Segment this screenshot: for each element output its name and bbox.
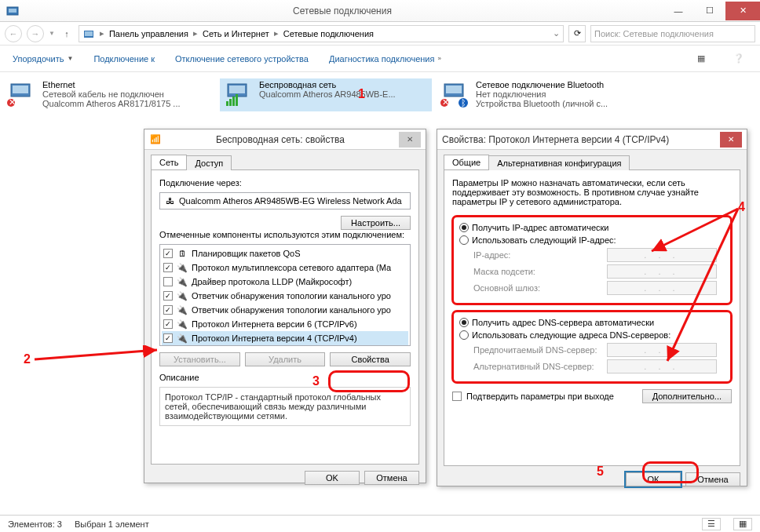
mask-field[interactable]: . . . bbox=[607, 264, 717, 279]
breadcrumb-bar[interactable]: ▸ Панель управления ▸ Сеть и Интернет ▸ … bbox=[79, 25, 564, 42]
search-placeholder-text: Поиск: Сетевые подключения bbox=[594, 29, 714, 38]
tab-alternate[interactable]: Альтернативная конфигурация bbox=[488, 155, 630, 170]
cancel-button[interactable]: Отмена bbox=[685, 472, 740, 486]
install-button[interactable]: Установить... bbox=[159, 352, 240, 366]
dns-pref-field[interactable]: . . . bbox=[607, 343, 717, 357]
svg-rect-12 bbox=[232, 97, 235, 106]
connect-via-label: Подключение через: bbox=[159, 178, 411, 188]
component-icon: 🔌 bbox=[176, 304, 188, 316]
forward-button[interactable]: → bbox=[27, 25, 44, 42]
adapter-properties-dialog: 📶 Беспроводная сеть: свойства ✕ Сеть Дос… bbox=[144, 129, 426, 483]
radio-icon bbox=[459, 235, 469, 245]
svg-line-20 bbox=[35, 350, 157, 359]
dns-alt-field[interactable]: . . . bbox=[607, 359, 717, 373]
dialog-close-button[interactable]: ✕ bbox=[399, 132, 421, 148]
svg-text:✕: ✕ bbox=[442, 97, 449, 107]
up-button[interactable]: ↑ bbox=[60, 27, 74, 41]
close-button[interactable]: ✕ bbox=[725, 2, 760, 20]
maximize-button[interactable]: ☐ bbox=[694, 2, 725, 20]
advanced-button[interactable]: Дополнительно... bbox=[642, 389, 732, 403]
adapter-field: 🖧 Qualcomm Atheros AR9485WB-EG Wireless … bbox=[159, 192, 411, 210]
ip-field[interactable]: . . . bbox=[607, 248, 717, 262]
svg-rect-3 bbox=[85, 31, 93, 36]
connection-wifi[interactable]: Беспроводная сеть Qualcomm Atheros AR948… bbox=[220, 78, 432, 111]
svg-rect-11 bbox=[229, 99, 232, 106]
view-details-button[interactable]: ☰ bbox=[702, 518, 721, 530]
svg-text:ᛒ: ᛒ bbox=[461, 98, 466, 107]
toolbar-disconnect[interactable]: Отключение сетевого устройства bbox=[175, 54, 309, 64]
tab-access[interactable]: Доступ bbox=[186, 155, 232, 170]
conn-device: Qualcomm Atheros AR9485WB-E... bbox=[259, 89, 396, 99]
component-item: ✓🔌Ответчик обнаружения топологии канальн… bbox=[162, 303, 408, 317]
properties-button[interactable]: Свойства bbox=[330, 352, 411, 366]
radio-dns-auto[interactable]: Получить адрес DNS-сервера автоматически bbox=[459, 318, 725, 327]
window-title: Сетевые подключения bbox=[22, 5, 663, 16]
wifi-icon bbox=[221, 80, 254, 110]
checkbox[interactable]: ✓ bbox=[163, 333, 173, 343]
ok-button[interactable]: OK bbox=[305, 471, 360, 485]
checkbox[interactable]: ✓ bbox=[163, 291, 173, 301]
components-label: Отмеченные компоненты используются этим … bbox=[159, 230, 411, 239]
confirm-checkbox[interactable] bbox=[452, 392, 462, 401]
crumb-0[interactable]: Панель управления bbox=[109, 29, 188, 38]
intro-text: Параметры IP можно назначать автоматичес… bbox=[452, 178, 732, 206]
configure-button[interactable]: Настроить... bbox=[341, 216, 411, 230]
ethernet-icon: ✕ bbox=[5, 80, 38, 110]
description-text: Протокол TCP/IP - стандартный протокол г… bbox=[159, 387, 411, 426]
connection-list: ✕ Ethernet Сетевой кабель не подключен Q… bbox=[0, 72, 760, 118]
toolbar-diagnose[interactable]: Диагностика подключения » bbox=[329, 54, 441, 64]
gateway-label: Основной шлюз: bbox=[473, 283, 607, 293]
component-icon: 🔌 bbox=[176, 318, 188, 330]
svg-rect-9 bbox=[229, 86, 245, 93]
cancel-button[interactable]: Отмена bbox=[364, 471, 419, 485]
dns-alt-label: Альтернативный DNS-сервер: bbox=[473, 362, 607, 371]
toolbar-connect[interactable]: Подключение к bbox=[93, 54, 155, 64]
crumb-2[interactable]: Сетевые подключения bbox=[283, 29, 374, 38]
checkbox[interactable]: ✓ bbox=[163, 319, 173, 329]
mask-label: Маска подсети: bbox=[473, 267, 607, 276]
selected-count: Выбран 1 элемент bbox=[75, 519, 149, 529]
description-heading: Описание bbox=[159, 373, 411, 382]
dialog-title: Беспроводная сеть: свойства bbox=[162, 134, 399, 145]
svg-text:✕: ✕ bbox=[9, 97, 16, 107]
gateway-field[interactable]: . . . bbox=[607, 281, 717, 295]
checkbox[interactable] bbox=[163, 277, 173, 286]
radio-ip-manual[interactable]: Использовать следующий IP-адрес: bbox=[459, 235, 725, 245]
components-listbox[interactable]: ✓🗓Планировщик пакетов QoS ✓🔌Протокол мул… bbox=[159, 244, 411, 346]
svg-rect-1 bbox=[9, 9, 16, 13]
radio-ip-auto[interactable]: Получить IP-адрес автоматически bbox=[459, 223, 725, 232]
checkbox[interactable]: ✓ bbox=[163, 305, 173, 315]
radio-dns-manual[interactable]: Использовать следующие адреса DNS-сервер… bbox=[459, 330, 725, 340]
toolbar-organize[interactable]: Упорядочить ▼ bbox=[13, 54, 73, 64]
dns-pref-label: Предпочитаемый DNS-сервер: bbox=[473, 345, 607, 355]
crumb-1[interactable]: Сеть и Интернет bbox=[203, 29, 269, 38]
connection-ethernet[interactable]: ✕ Ethernet Сетевой кабель не подключен Q… bbox=[3, 78, 215, 111]
search-input[interactable]: Поиск: Сетевые подключения bbox=[590, 25, 755, 42]
svg-rect-13 bbox=[236, 94, 238, 106]
view-icons-button[interactable]: ▦ bbox=[733, 518, 752, 530]
conn-name: Ethernet bbox=[42, 80, 181, 89]
back-button[interactable]: ← bbox=[5, 25, 22, 42]
window-titlebar: Сетевые подключения — ☐ ✕ bbox=[0, 0, 760, 22]
history-dropdown[interactable]: ▼ bbox=[49, 30, 55, 37]
dropdown-icon[interactable]: ⌄ bbox=[553, 28, 560, 38]
radio-icon bbox=[459, 330, 469, 340]
dialog-close-button[interactable]: ✕ bbox=[720, 132, 742, 148]
conn-device: Qualcomm Atheros AR8171/8175 ... bbox=[42, 99, 181, 108]
component-item: ✓🗓Планировщик пакетов QoS bbox=[162, 246, 408, 261]
component-icon: 🔌 bbox=[176, 290, 188, 302]
remove-button[interactable]: Удалить bbox=[245, 352, 326, 366]
checkbox[interactable]: ✓ bbox=[163, 263, 173, 272]
ok-button[interactable]: ОК bbox=[626, 472, 681, 486]
tab-general[interactable]: Общие bbox=[444, 155, 489, 169]
minimize-button[interactable]: — bbox=[663, 2, 694, 20]
app-icon bbox=[3, 2, 22, 20]
view-icon[interactable]: ▦ bbox=[692, 50, 710, 67]
help-icon[interactable]: ❔ bbox=[730, 50, 747, 67]
ip-address-group: Получить IP-адрес автоматически Использо… bbox=[452, 216, 732, 304]
refresh-button[interactable]: ⟳ bbox=[568, 25, 586, 42]
connection-bluetooth[interactable]: ✕ᛒ Сетевое подключение Bluetooth Нет под… bbox=[437, 78, 649, 111]
component-icon: 🗓 bbox=[176, 247, 188, 260]
checkbox[interactable]: ✓ bbox=[163, 249, 173, 258]
tab-network[interactable]: Сеть bbox=[151, 155, 187, 169]
